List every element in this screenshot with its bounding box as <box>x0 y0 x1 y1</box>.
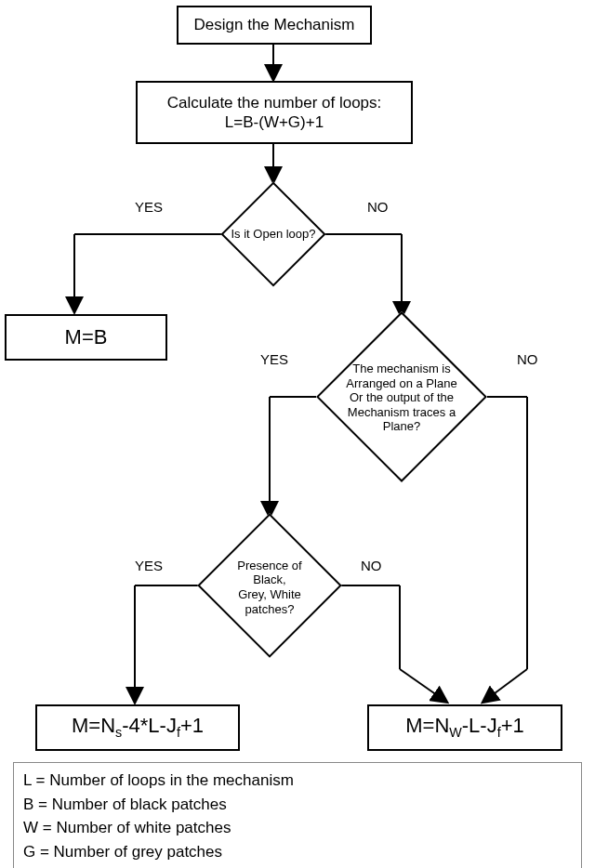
svg-line-10 <box>483 669 527 702</box>
decision-patches-label: Presence of Black, Grey, White patches? <box>197 550 342 625</box>
decision-plane-label: The mechanism is Arranged on a Plane Or … <box>318 351 485 444</box>
node-result-open-label: M=B <box>65 324 108 350</box>
node-calc: Calculate the number of loops: L=B-(W+G)… <box>136 81 413 144</box>
node-result-no-patches-label: M=NW-L-Jf+1 <box>405 713 524 742</box>
legend-box: L = Number of loops in the mechanism B =… <box>13 762 582 868</box>
legend-G: G = Number of grey patches <box>23 840 572 864</box>
node-start: Design the Mechanism <box>177 6 372 45</box>
decision-open-loop-label: Is it Open loop? <box>203 216 344 253</box>
node-result-open: M=B <box>5 314 167 361</box>
legend-L: L = Number of loops in the mechanism <box>23 769 572 793</box>
legend-W: W = Number of white patches <box>23 816 572 840</box>
node-calc-label: Calculate the number of loops: L=B-(W+G)… <box>167 93 382 133</box>
node-result-patches-label: M=Ns-4*L-Jf+1 <box>72 713 204 742</box>
edge-label-open-yes: YES <box>135 199 163 215</box>
node-start-label: Design the Mechanism <box>194 15 355 34</box>
edge-label-plane-yes: YES <box>260 351 288 367</box>
svg-line-15 <box>400 669 446 702</box>
legend-M: M = Degrees of freedom <box>23 863 572 868</box>
legend-B: B = Number of black patches <box>23 793 572 817</box>
edge-label-patches-no: NO <box>361 558 382 573</box>
edge-label-plane-no: NO <box>517 351 538 367</box>
node-result-patches: M=Ns-4*L-Jf+1 <box>35 704 240 751</box>
edge-label-open-no: NO <box>367 199 389 215</box>
node-result-no-patches: M=NW-L-Jf+1 <box>367 704 562 751</box>
edge-label-patches-yes: YES <box>135 558 163 573</box>
